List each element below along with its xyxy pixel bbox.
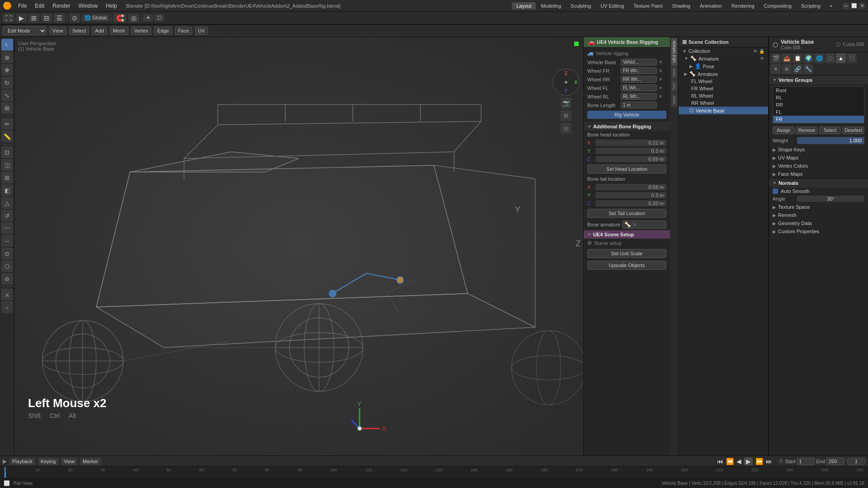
tab-uv-editing[interactable]: UV Editing xyxy=(596,2,628,9)
remove-button[interactable]: Remove xyxy=(796,127,817,134)
playback-menu[interactable]: Playback xyxy=(9,458,35,465)
toolbar-icon-1[interactable]: ⛶ xyxy=(3,14,14,23)
head-y-field[interactable]: 0.3 m xyxy=(595,148,666,154)
set-head-location-button[interactable]: Set Head Location xyxy=(587,164,666,174)
current-frame-input[interactable] xyxy=(847,458,865,465)
angle-field[interactable]: 30° xyxy=(797,196,864,202)
tab-texture-paint[interactable]: Texture Paint xyxy=(629,2,667,9)
timeline-track[interactable]: 1 10 20 30 40 50 60 70 80 90 100 110 120… xyxy=(0,467,868,478)
zoom-to-camera[interactable]: 📷 xyxy=(561,98,571,108)
mesh-menu[interactable]: Mesh xyxy=(110,27,128,35)
shape-keys-section[interactable]: ▶ Shape Keys xyxy=(769,145,868,154)
poly-build-tool[interactable]: △ xyxy=(1,197,13,209)
window-menu[interactable]: Window xyxy=(75,2,101,10)
head-x-field[interactable]: 0.21 m xyxy=(595,140,666,146)
assign-button[interactable]: Assign xyxy=(773,127,794,134)
tail-x-field[interactable]: 0.58 m xyxy=(595,184,666,190)
props-tab-world[interactable]: 🌐 xyxy=(814,53,824,63)
geometry-data-section[interactable]: ▶ Geometry Data xyxy=(769,219,868,227)
head-z-field[interactable]: 0.69 m xyxy=(595,156,666,162)
view-menu-timeline[interactable]: View xyxy=(61,458,77,465)
jump-start-button[interactable]: ⏮ xyxy=(717,458,723,465)
scale-tool[interactable]: ⤡ xyxy=(1,89,13,101)
spin-tool[interactable]: ↺ xyxy=(1,210,13,221)
vertex-groups-header[interactable]: ▼ Vertex Groups xyxy=(769,75,868,84)
rl-wheel-item[interactable]: RL Wheel xyxy=(679,92,768,99)
view-menu[interactable]: View xyxy=(49,27,66,35)
wheel-rr-clear[interactable]: ✕ xyxy=(659,77,662,82)
edit-mode-select[interactable]: Edit Mode Object Mode xyxy=(3,26,47,35)
face-menu[interactable]: Face xyxy=(175,27,192,35)
maximize-button[interactable]: ⬜ xyxy=(851,3,857,9)
bone-armature-field[interactable]: 🦴 ✎ xyxy=(622,221,666,229)
set-tail-location-button[interactable]: Set Tail Location xyxy=(587,209,666,218)
props-tab-material[interactable]: ⚫ xyxy=(847,53,857,63)
global-local[interactable]: 🌐 Global xyxy=(82,14,109,22)
vg-root[interactable]: Root xyxy=(773,87,864,94)
xray-toggle[interactable]: ☐ xyxy=(155,14,165,22)
rip-tool[interactable]: ⊘ xyxy=(1,273,13,285)
props-tab-scene[interactable]: 🌍 xyxy=(803,53,813,63)
tab-layout[interactable]: Layout xyxy=(512,2,536,9)
wheel-fr-clear[interactable]: ✕ xyxy=(659,68,662,73)
vertex-colors-section[interactable]: ▶ Vertex Colors xyxy=(769,162,868,170)
props-tab-mesh[interactable]: ▲ xyxy=(836,53,846,63)
3d-viewport[interactable]: User Perspective (1) Vehicle Base xyxy=(14,37,583,455)
deselect-button[interactable]: Deselect xyxy=(842,127,864,134)
vert-tab-tool[interactable]: Tool xyxy=(671,80,677,93)
shear-tool[interactable]: ⬡ xyxy=(1,260,13,272)
set-unit-scale-button[interactable]: Set Unit Scale xyxy=(587,249,666,258)
vehicle-base-item[interactable]: ⬡ Vehicle Base xyxy=(679,107,768,114)
vehicle-base-clear[interactable]: ✕ xyxy=(659,60,662,65)
help-menu[interactable]: Help xyxy=(102,2,121,10)
tail-z-field[interactable]: 0.32 m xyxy=(595,200,666,206)
rig-vehicle-button[interactable]: Rig Vehicle xyxy=(587,111,666,119)
edit-menu[interactable]: Edit xyxy=(31,2,48,10)
close-button[interactable]: ✕ xyxy=(859,3,865,9)
edge-slide-tool[interactable]: ↔ xyxy=(1,235,13,247)
measure-tool[interactable]: 📏 xyxy=(1,131,13,142)
end-frame-input[interactable] xyxy=(826,458,844,465)
vert-tab-view[interactable]: View xyxy=(671,93,677,107)
play-reverse-button[interactable]: ◀ xyxy=(736,458,741,465)
minimize-button[interactable]: — xyxy=(843,3,849,9)
tab-shading[interactable]: Shading xyxy=(668,2,695,9)
add-menu[interactable]: Add xyxy=(92,27,107,35)
tab-scripting[interactable]: Scripting xyxy=(797,2,825,9)
weight-value[interactable]: 1.000 xyxy=(797,137,864,144)
vert-tab-item[interactable]: Item xyxy=(671,66,677,80)
ue4-scene-setup-header[interactable]: ▼ UE4 Scene Setup xyxy=(584,230,670,239)
collection-item[interactable]: ▼ Collection 👁 🔒 xyxy=(679,47,768,55)
toolbar-icon-5[interactable]: ☰ xyxy=(54,14,65,23)
vert-tab-ue4[interactable]: UE4 Vehicle xyxy=(671,38,677,66)
remesh-section[interactable]: ▶ Remesh xyxy=(769,211,868,219)
select-button[interactable]: Select xyxy=(819,127,841,134)
auto-smooth-checkbox[interactable] xyxy=(773,188,778,194)
next-keyframe-button[interactable]: ⏩ xyxy=(755,458,763,465)
toolbar-icon-2[interactable]: ▶ xyxy=(16,14,27,23)
toolbar-icon-3[interactable]: ⊞ xyxy=(28,14,39,23)
transform-tool[interactable]: ⊞ xyxy=(1,102,13,114)
select-tool[interactable]: ↖ xyxy=(1,39,13,51)
vg-fr[interactable]: FR xyxy=(773,116,864,123)
face-maps-section[interactable]: ▶ Face Maps xyxy=(769,170,868,178)
props-tab-object[interactable]: ⬡ xyxy=(825,53,835,63)
armature-item[interactable]: ▼ 🦴 Armature 👁 xyxy=(679,55,768,62)
props-tab-modifier[interactable]: 🔧 xyxy=(803,64,813,74)
texture-space-section[interactable]: ▶ Texture Space xyxy=(769,203,868,211)
pose-item[interactable]: ▶ 👤 Pose xyxy=(679,62,768,70)
bisect-tool[interactable]: ⬦ xyxy=(1,301,13,313)
armature2-item[interactable]: ▶ 🦴 Armature xyxy=(679,70,768,78)
perspective-toggle[interactable]: ⊞ xyxy=(561,110,571,121)
render-menu[interactable]: Render xyxy=(49,2,74,10)
edge-menu[interactable]: Edge xyxy=(154,27,172,35)
props-tab-output[interactable]: 📤 xyxy=(782,53,792,63)
custom-properties-section[interactable]: ▶ Custom Properties xyxy=(769,227,868,235)
tail-y-field[interactable]: 0.3 m xyxy=(595,192,666,198)
file-menu[interactable]: File xyxy=(14,2,30,10)
cursor-tool[interactable]: ⊕ xyxy=(1,52,13,63)
snap-toggle[interactable]: 🧲 xyxy=(113,14,127,23)
orientation-gizmo[interactable]: Z X Y xyxy=(552,69,580,96)
jump-end-button[interactable]: ⏭ xyxy=(766,458,772,465)
local-view[interactable]: ◎ xyxy=(561,123,571,134)
